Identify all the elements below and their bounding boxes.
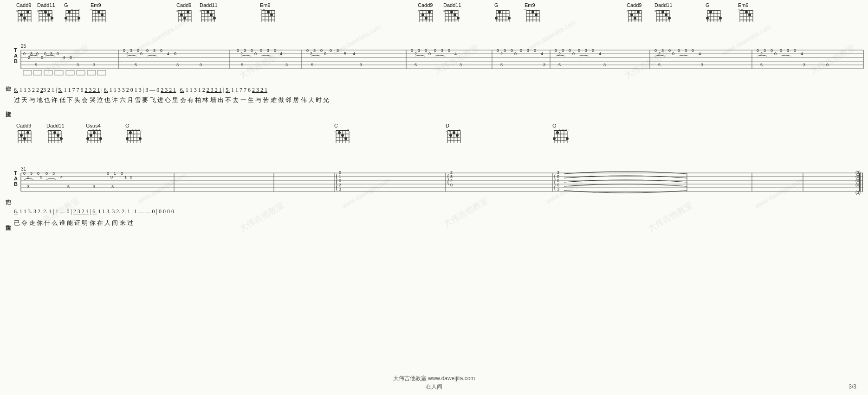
svg-text:0: 0	[425, 48, 427, 53]
svg-text:3: 3	[360, 63, 362, 67]
svg-point-215	[709, 11, 712, 13]
svg-text:x: x	[99, 128, 101, 132]
svg-point-144	[453, 13, 456, 16]
svg-text:0: 0	[57, 51, 59, 56]
svg-text:www.daweijita.com: www.daweijita.com	[526, 19, 577, 52]
svg-text:0: 0	[434, 48, 436, 53]
svg-text:0: 0	[692, 48, 694, 53]
svg-text:0: 0	[654, 48, 657, 53]
svg-text:3: 3	[603, 63, 606, 67]
svg-text:G: G	[64, 2, 68, 8]
svg-text:o: o	[78, 7, 80, 11]
chord2-g-final: G x x x x	[552, 123, 570, 143]
svg-point-86	[180, 13, 183, 16]
chord-em9-1: Em9 o o	[91, 2, 105, 22]
lyrics-row1: 过 天 与 地 也 许 低 下 头 会 哭 泣 也 许 六 月 雪 要 飞 进 …	[14, 96, 329, 103]
svg-text:3: 3	[30, 171, 32, 176]
svg-text:0: 0	[668, 48, 671, 53]
svg-text:大伟吉他教室: 大伟吉他教室	[442, 196, 490, 229]
svg-text:0: 0	[572, 51, 575, 56]
svg-text:0: 0	[70, 55, 72, 60]
svg-text:0: 0	[330, 48, 332, 53]
svg-point-158	[495, 17, 498, 19]
svg-text:Cadd9: Cadd9	[627, 2, 641, 8]
svg-point-227	[745, 11, 748, 13]
svg-text:0: 0	[757, 48, 759, 53]
svg-point-56	[65, 17, 67, 19]
svg-text:0: 0	[23, 51, 26, 56]
svg-text:Em9: Em9	[260, 2, 271, 8]
svg-text:4: 4	[541, 51, 543, 56]
svg-point-401	[99, 137, 102, 140]
svg-text:0: 0	[428, 51, 431, 56]
chord-cadd9-4: Cadd9 x	[627, 2, 641, 22]
svg-text:4: 4	[699, 51, 701, 56]
svg-text:0: 0	[40, 175, 42, 179]
chord-cadd9-3: Cadd9 x	[418, 2, 433, 22]
chord-dadd11-1: Dadd11 x x	[37, 2, 55, 22]
svg-point-27	[20, 13, 23, 16]
svg-point-187	[637, 11, 640, 13]
svg-text:0: 0	[274, 48, 276, 53]
svg-text:x: x	[447, 9, 448, 13]
svg-text:Cadd9: Cadd9	[176, 2, 191, 8]
svg-text:4: 4	[801, 51, 803, 56]
svg-point-398	[86, 137, 89, 140]
main-melody-label-1: 主旋律	[6, 111, 11, 117]
svg-rect-352	[33, 70, 42, 75]
svg-text:5: 5	[558, 63, 561, 67]
svg-text:5: 5	[500, 63, 503, 67]
svg-point-201	[668, 17, 671, 19]
svg-text:x: x	[200, 9, 201, 13]
svg-point-42	[47, 13, 50, 16]
svg-text:3: 3	[52, 171, 55, 176]
svg-text:大伟吉他教室: 大伟吉他教室	[646, 200, 694, 233]
svg-text:3: 3	[585, 48, 587, 53]
svg-text:5: 5	[415, 63, 417, 67]
svg-text:x: x	[176, 9, 178, 13]
svg-text:x: x	[46, 129, 48, 133]
svg-text:5: 5	[135, 63, 137, 67]
svg-point-58	[78, 17, 80, 19]
svg-text:3: 3	[176, 63, 179, 67]
svg-text:x: x	[135, 128, 137, 132]
main-melody-label-2: 主旋律	[6, 225, 11, 230]
svg-text:0: 0	[320, 48, 323, 53]
svg-point-101	[210, 13, 213, 16]
tab-label-t: T	[14, 47, 17, 53]
svg-text:G: G	[552, 123, 557, 128]
svg-point-465	[566, 137, 569, 140]
svg-text:0: 0	[121, 171, 123, 176]
svg-point-449	[449, 134, 452, 137]
svg-text:大伟吉他教室: 大伟吉他教室	[43, 43, 91, 76]
svg-text:Dadd11: Dadd11	[200, 2, 218, 8]
svg-text:0: 0	[37, 171, 39, 176]
svg-point-102	[213, 17, 216, 19]
svg-point-185	[630, 13, 633, 16]
svg-text:3: 3	[527, 48, 529, 53]
svg-point-100	[207, 11, 209, 13]
chord2-c: C x o	[334, 123, 349, 143]
svg-text:x: x	[565, 128, 567, 132]
svg-text:x: x	[562, 128, 564, 132]
svg-text:3: 3	[787, 48, 789, 53]
chord-g-2: G	[494, 2, 511, 22]
svg-point-199	[661, 11, 664, 13]
svg-text:www.daweijita.com: www.daweijita.com	[340, 176, 392, 210]
svg-text:3: 3	[764, 48, 766, 53]
svg-point-57	[68, 11, 71, 13]
svg-text:x: x	[627, 9, 628, 13]
tab-label-a2: A	[14, 176, 18, 181]
svg-text:2: 2	[500, 51, 503, 56]
svg-text:0: 0	[324, 51, 326, 56]
svg-text:0: 0	[672, 51, 674, 56]
tab-label-t2: T	[14, 170, 17, 176]
svg-text:x: x	[559, 128, 561, 132]
svg-text:Em9: Em9	[525, 2, 535, 8]
svg-text:3: 3	[130, 48, 132, 53]
svg-text:4: 4	[63, 55, 65, 60]
svg-text:o: o	[260, 7, 262, 11]
svg-text:D: D	[446, 123, 449, 128]
svg-text:0: 0	[254, 51, 257, 56]
svg-point-143	[450, 11, 453, 13]
